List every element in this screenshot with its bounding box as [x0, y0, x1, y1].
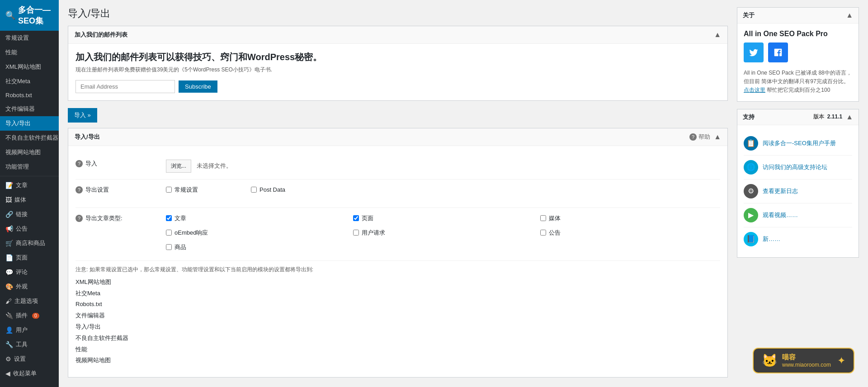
about-link[interactable]: 点击这里 — [744, 87, 765, 93]
user-request-label[interactable]: 用户请求 — [362, 229, 385, 237]
post-data-label[interactable]: Post Data — [259, 186, 285, 193]
help-button[interactable]: ? 帮助 — [689, 133, 710, 141]
support-item-changelog[interactable]: ⚙ 查看更新日志 — [744, 179, 852, 203]
media-label[interactable]: 媒体 — [549, 214, 561, 222]
sidebar-item-label: 收起菜单 — [13, 369, 37, 378]
page-checkbox[interactable] — [353, 215, 359, 221]
sidebar-item-video-sitemap[interactable]: 视频网站地图 — [0, 145, 59, 160]
sidebar-item-performance[interactable]: 性能 — [0, 45, 59, 60]
file-name: 未选择文件。 — [197, 162, 232, 169]
about-card-toggle[interactable]: ▲ — [846, 11, 853, 19]
main-area: 导入/导出 加入我们的邮件列表 ▲ 加入我们的邮件列表可以获得技巧、窍门和Wor… — [59, 0, 868, 387]
help-label: 帮助 — [698, 133, 710, 141]
import-help-icon[interactable]: ? — [75, 160, 83, 167]
sidebar-item-comments[interactable]: 💬 评论 — [0, 265, 59, 279]
support-card-toggle[interactable]: ▲ — [846, 113, 853, 121]
sidebar-item-bad-bots[interactable]: 不良自主软件拦截器 — [0, 131, 59, 145]
video-icon: ▶ — [744, 208, 758, 222]
support-item-video[interactable]: ▶ 观看视频…… — [744, 203, 852, 227]
email-input[interactable] — [75, 80, 175, 93]
notice-icon: 📢 — [5, 225, 13, 232]
sidebar-item-notice[interactable]: 📢 公告 — [0, 222, 59, 236]
sidebar-item-media[interactable]: 🖼 媒体 — [0, 193, 59, 207]
sidebar-item-links[interactable]: 🔗 链接 — [0, 207, 59, 222]
sidebar-item-xml-sitemap[interactable]: XML网站地图 — [0, 60, 59, 74]
support-item-forum[interactable]: 🌐 访问我们的高级支持论坛 — [744, 156, 852, 179]
oembed-label[interactable]: oEmbed响应 — [175, 229, 208, 237]
version-row: 版本 2.11.1 ▲ — [813, 113, 853, 121]
sidebar-item-shop[interactable]: 🛒 商店和商品 — [0, 236, 59, 250]
facebook-button[interactable] — [768, 42, 788, 62]
post-data-checkbox[interactable] — [251, 187, 257, 193]
subscribe-button[interactable]: Subscribe — [179, 80, 217, 93]
browse-button[interactable]: 浏览... — [166, 160, 191, 173]
mailing-subtext: 现在注册邮件列表即免费获赠价值39美元的《5个WordPress SEO小技巧》… — [75, 66, 720, 74]
sidebar-item-settings[interactable]: ⚙ 设置 — [0, 352, 59, 366]
export-module-0: XML网站地图 — [75, 278, 720, 287]
about-card: 关于 ▲ All in One SEO Pack Pro All in — [737, 7, 859, 102]
support-header-row: 支持 版本 2.11.1 ▲ — [743, 113, 853, 121]
sidebar-item-feature-mgr[interactable]: 功能管理 — [0, 160, 59, 174]
import-label: 导入 — [85, 160, 97, 168]
changelog-icon: ⚙ — [744, 184, 758, 198]
sidebar-item-social-meta[interactable]: 社交Meta — [0, 74, 59, 89]
notice-label[interactable]: 公告 — [549, 229, 561, 237]
media-checkbox[interactable] — [540, 215, 546, 221]
sidebar-logo[interactable]: 🔍 多合一—SEO集 — [0, 0, 59, 31]
sidebar-item-file-editor[interactable]: 文件编辑器 — [0, 102, 59, 116]
general-settings-label[interactable]: 常规设置 — [175, 186, 198, 194]
sidebar-item-general[interactable]: 常规设置 — [0, 31, 59, 45]
sidebar-item-robots[interactable]: Robots.txt — [0, 89, 59, 102]
shop-checkbox[interactable] — [166, 244, 172, 250]
sidebar-item-tools[interactable]: 🔧 工具 — [0, 337, 59, 352]
media-checkbox-item: 媒体 — [540, 214, 720, 222]
sidebar-item-articles[interactable]: 📝 文章 — [0, 178, 59, 193]
io-card-toggle[interactable]: ▲ — [714, 133, 721, 141]
page-label[interactable]: 页面 — [362, 214, 373, 222]
watermark-label: 喵容 — [782, 353, 831, 362]
sidebar-item-users[interactable]: 👤 用户 — [0, 323, 59, 337]
twitter-button[interactable] — [744, 42, 764, 62]
io-card-title: 导入/导出 — [75, 133, 100, 141]
export-settings-content: 常规设置 Post Data — [166, 186, 720, 201]
sidebar-item-theme-opts[interactable]: 🖌 主题选项 — [0, 294, 59, 308]
io-card: 导入/导出 ? 帮助 ▲ ? 导入 — [68, 128, 728, 378]
article-checkbox[interactable] — [166, 215, 172, 221]
import-button[interactable]: 导入 » — [68, 108, 97, 123]
sidebar-item-label: 视频网站地图 — [5, 148, 41, 156]
help-icon: ? — [689, 133, 697, 141]
sidebar-item-label: 工具 — [16, 340, 28, 349]
sidebar-seo-section: 常规设置 性能 XML网站地图 社交Meta Robots.txt 文件编辑器 … — [0, 31, 59, 174]
post-data-checkbox-item: Post Data — [251, 186, 332, 193]
article-checkbox-item: 文章 — [166, 214, 346, 222]
export-module-3: 文件编辑器 — [75, 311, 720, 321]
comments-icon: 💬 — [5, 269, 13, 276]
support-item-news[interactable]: 📘 新…… — [744, 227, 852, 251]
sidebar-item-appearance[interactable]: 🎨 外观 — [0, 279, 59, 294]
general-settings-checkbox[interactable] — [166, 187, 172, 193]
sidebar-item-collapse[interactable]: ◀ 收起菜单 — [0, 366, 59, 381]
email-subscription-row: Subscribe — [75, 80, 720, 93]
mailing-card-body: 加入我们的邮件列表可以获得技巧、窍门和WordPress秘密。 现在注册邮件列表… — [68, 44, 727, 100]
sidebar-item-label: 用户 — [16, 326, 28, 334]
sidebar-item-import-export[interactable]: 导入/导出 — [0, 116, 59, 131]
export-types-help-icon[interactable]: ? — [75, 215, 83, 222]
sidebar-item-label: 链接 — [16, 210, 28, 218]
sidebar-item-label: 社交Meta — [5, 77, 30, 85]
sidebar-item-label: 导入/导出 — [5, 119, 31, 127]
support-item-manual[interactable]: 📋 阅读多合一-SEO集用户手册 — [744, 132, 852, 156]
export-settings-help-icon[interactable]: ? — [75, 186, 83, 194]
content-wrapper: 导入/导出 加入我们的邮件列表 ▲ 加入我们的邮件列表可以获得技巧、窍门和Wor… — [59, 0, 868, 387]
mailing-card-toggle[interactable]: ▲ — [714, 31, 721, 39]
sidebar-item-plugins[interactable]: 🔌 插件 0 — [0, 308, 59, 323]
sidebar-item-label: 设置 — [14, 355, 26, 363]
article-label[interactable]: 文章 — [175, 214, 186, 222]
sidebar-item-pages[interactable]: 📄 页面 — [0, 250, 59, 265]
shop-label[interactable]: 商品 — [175, 243, 186, 251]
user-request-checkbox[interactable] — [353, 230, 359, 236]
manual-label: 阅读多合一-SEO集用户手册 — [763, 139, 836, 147]
oembed-checkbox[interactable] — [166, 230, 172, 236]
notice-checkbox[interactable] — [540, 230, 546, 236]
forum-icon: 🌐 — [744, 160, 758, 175]
export-types-grid: 文章 页面 媒体 — [166, 214, 720, 254]
